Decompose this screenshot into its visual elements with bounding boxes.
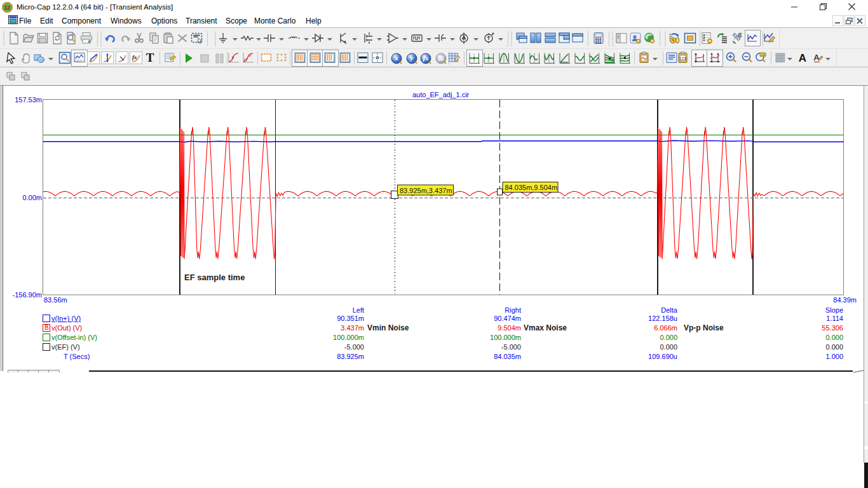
- svg-text:84.035m,9.504m: 84.035m,9.504m: [505, 184, 558, 191]
- svg-text:83.925m,3.437m: 83.925m,3.437m: [400, 187, 452, 194]
- svg-text:A: A: [813, 53, 820, 62]
- svg-text:T: T: [146, 51, 154, 64]
- svg-text:fx: fx: [132, 54, 137, 60]
- svg-text:A: A: [798, 52, 806, 64]
- svg-text:x: x: [394, 54, 398, 62]
- svg-text:fx: fx: [423, 54, 430, 62]
- svg-text:y: y: [409, 54, 413, 62]
- svg-text:123: 123: [679, 57, 686, 61]
- svg-text:100: 100: [761, 53, 766, 57]
- svg-text:12: 12: [4, 4, 11, 11]
